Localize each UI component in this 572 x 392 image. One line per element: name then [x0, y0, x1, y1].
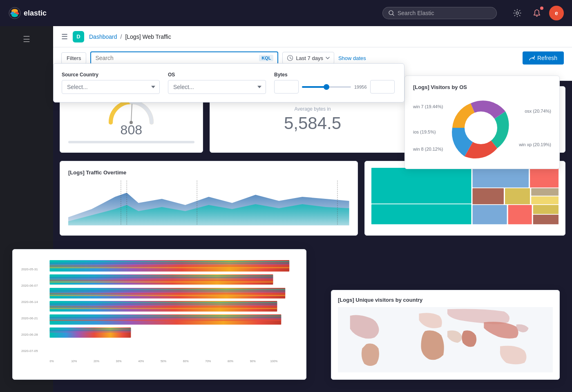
bytes-filter: Bytes 19956 — [274, 72, 395, 94]
os-filter: OS Select... — [168, 72, 266, 94]
svg-rect-23 — [531, 188, 559, 196]
donut-container: win 7 (19.44%) ios (19.5%) win 8 (20.12%… — [413, 95, 551, 160]
sidebar-toggle[interactable]: ☰ — [61, 32, 68, 41]
svg-rect-58 — [50, 275, 273, 276]
filters-button[interactable]: Filters — [61, 52, 86, 64]
breadcrumb-dashboard[interactable]: Dashboard — [89, 33, 117, 40]
refresh-icon — [529, 55, 535, 61]
svg-rect-19 — [472, 168, 529, 187]
time-range-label: Last 7 days — [296, 55, 323, 61]
dashboard-header: ☰ D Dashboard / [Logs] Web Traffic — [53, 26, 572, 47]
avg-bytes-value: 5,584.5 — [284, 114, 341, 133]
elastic-logo[interactable]: elastic — [8, 7, 47, 20]
svg-rect-77 — [50, 328, 131, 330]
sidebar-item-menu[interactable]: ☰ — [0, 30, 53, 48]
show-dates-button[interactable]: Show dates — [338, 53, 366, 64]
svg-rect-17 — [371, 168, 471, 204]
range-fill — [302, 86, 326, 88]
bottom-row: [Logs] Traffic Overtime — [60, 161, 565, 236]
visitors-os-card: [Logs] Visitors by OS win 7 (19.44%) ios… — [404, 76, 560, 169]
gauge-value: 808 — [121, 122, 142, 138]
svg-point-29 — [465, 111, 497, 144]
world-map-card: [Logs] Unique visitors by country — [331, 290, 560, 380]
svg-rect-67 — [50, 295, 286, 296]
svg-rect-56 — [50, 265, 290, 267]
top-nav: elastic Search Elastic e — [0, 0, 572, 26]
bytes-min-input[interactable] — [274, 80, 299, 94]
chevron-down-icon — [326, 57, 330, 59]
world-map-svg — [338, 307, 553, 372]
refresh-button[interactable]: Refresh — [523, 51, 564, 65]
traffic-chart-svg — [68, 180, 349, 225]
search-input[interactable] — [95, 55, 259, 61]
svg-rect-28 — [533, 215, 559, 225]
svg-point-7 — [516, 12, 518, 14]
svg-text:2020-06-14: 2020-06-14 — [21, 300, 38, 304]
svg-rect-18 — [371, 204, 471, 224]
settings-button[interactable] — [510, 6, 525, 20]
os-label-win8: win 8 (20.12%) — [413, 147, 443, 151]
range-slider[interactable] — [302, 86, 351, 88]
bytes-label: Bytes — [274, 72, 395, 78]
bytes-max-label: 19956 — [354, 85, 367, 89]
svg-rect-68 — [50, 302, 277, 303]
stacked-chart-card: 2020-05-31 2020-06-07 2020-06-14 2020-06… — [12, 249, 306, 380]
filter-panel: Source Country Select... OS Select... By… — [53, 63, 404, 102]
svg-rect-76 — [50, 320, 282, 321]
svg-rect-54 — [50, 263, 290, 264]
donut-chart-svg — [448, 95, 514, 160]
source-country-filter: Source Country Select... — [62, 72, 160, 94]
svg-rect-64 — [50, 290, 286, 292]
notification-badge — [540, 7, 543, 10]
svg-rect-79 — [50, 332, 131, 332]
svg-text:30%: 30% — [116, 360, 122, 363]
svg-rect-72 — [50, 308, 277, 309]
clock-icon — [287, 55, 293, 61]
svg-line-9 — [131, 104, 132, 122]
time-picker[interactable]: Last 7 days — [282, 52, 334, 64]
svg-rect-59 — [50, 277, 273, 278]
os-label: OS — [168, 72, 266, 78]
avg-bytes-label: Average bytes in — [294, 106, 331, 112]
svg-text:20%: 20% — [94, 360, 99, 363]
global-search-bar[interactable]: Search Elastic — [382, 7, 497, 19]
bell-icon — [533, 9, 541, 17]
treemap-card — [364, 161, 565, 236]
source-country-label: Source Country — [62, 72, 160, 78]
svg-rect-24 — [531, 196, 559, 204]
svg-rect-71 — [50, 306, 277, 307]
os-label-win7: win 7 (19.44%) — [413, 104, 443, 109]
breadcrumb-current: [Logs] Web Traffic — [125, 33, 171, 40]
range-thumb[interactable] — [324, 84, 329, 90]
svg-text:100%: 100% — [270, 360, 277, 363]
filter-panel-row: Source Country Select... OS Select... By… — [62, 72, 396, 94]
os-select[interactable]: Select... — [168, 80, 266, 94]
svg-rect-22 — [505, 188, 530, 204]
svg-text:2020-07-05: 2020-07-05 — [21, 349, 38, 353]
svg-rect-70 — [50, 305, 277, 306]
svg-text:50%: 50% — [161, 360, 166, 363]
bytes-max-input[interactable] — [370, 80, 395, 94]
svg-rect-69 — [50, 303, 277, 305]
svg-rect-62 — [50, 281, 273, 283]
breadcrumb-separator: / — [121, 33, 122, 40]
svg-rect-55 — [50, 264, 290, 265]
svg-text:2020-06-07: 2020-06-07 — [21, 284, 38, 287]
gauge-bar — [68, 141, 194, 143]
source-country-select[interactable]: Select... — [62, 80, 160, 94]
svg-text:2020-06-28: 2020-06-28 — [21, 333, 38, 336]
menu-icon: ☰ — [23, 34, 30, 44]
notifications-button[interactable] — [530, 6, 544, 20]
traffic-chart-title: [Logs] Traffic Overtime — [68, 169, 349, 176]
user-menu-button[interactable]: e — [549, 6, 564, 20]
donut-labels-right: osx (20.74%) win xp (20.19%) — [519, 109, 551, 147]
bytes-inputs: 19956 — [274, 80, 395, 94]
stacked-chart-svg: 2020-05-31 2020-06-07 2020-06-14 2020-06… — [19, 256, 299, 366]
svg-rect-25 — [472, 205, 507, 224]
svg-rect-21 — [472, 188, 503, 204]
svg-text:2020-05-31: 2020-05-31 — [21, 267, 38, 271]
svg-rect-75 — [50, 318, 282, 319]
gear-icon — [513, 9, 521, 17]
search-icon — [389, 10, 394, 16]
search-input-wrap[interactable]: KQL — [90, 51, 278, 65]
